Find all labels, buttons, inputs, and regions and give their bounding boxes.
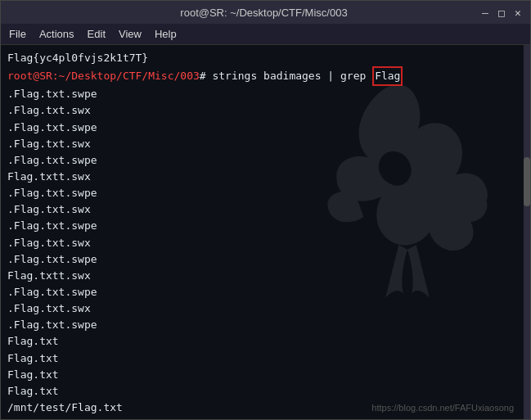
- list-item: Flag.txt: [7, 333, 524, 350]
- list-item: .Flag.txt.swpe: [7, 317, 524, 333]
- list-item: Flag.txt: [7, 350, 524, 367]
- grep-flag-highlight: Flag: [372, 66, 403, 86]
- list-item: Flag.txtt.swx: [7, 169, 524, 185]
- list-item: .Flag.txt.swpe: [7, 251, 524, 268]
- menubar: File Actions Edit View Help: [1, 24, 530, 45]
- list-item: .Flag.txt.swpe: [7, 120, 524, 136]
- list-item: .Flag.txt.swx: [7, 136, 524, 152]
- list-item: Flag{}: [7, 416, 524, 419]
- window-controls: — □ ✕: [479, 7, 524, 18]
- output-line-flag-first: Flag{yc4pl0fvjs2k1t7T}: [7, 50, 524, 66]
- maximize-button[interactable]: □: [496, 7, 507, 18]
- menu-file[interactable]: File: [9, 28, 26, 40]
- window-title: root@SR: ~/Desktop/CTF/Misc/003: [48, 7, 479, 19]
- scrollbar-thumb[interactable]: [524, 157, 530, 206]
- list-item: .Flag.txt.swpe: [7, 284, 524, 300]
- list-item: Flag.txt: [7, 383, 524, 400]
- watermark-url: https://blog.csdn.net/FAFUxiaosong: [371, 403, 514, 413]
- list-item: .Flag.txt.swx: [7, 300, 524, 317]
- menu-actions[interactable]: Actions: [39, 28, 74, 40]
- terminal-window: root@SR: ~/Desktop/CTF/Misc/003 — □ ✕ Fi…: [0, 0, 531, 420]
- list-item: .Flag.txt.swx: [7, 102, 524, 119]
- menu-view[interactable]: View: [119, 28, 142, 40]
- menu-help[interactable]: Help: [155, 28, 177, 40]
- list-item: Flag.txtt.swx: [7, 268, 524, 284]
- list-item: .Flag.txt.swpe: [7, 185, 524, 201]
- list-item: .Flag.txt.swx: [7, 235, 524, 251]
- menu-edit[interactable]: Edit: [88, 28, 106, 40]
- list-item: .Flag.txt.swpe: [7, 86, 524, 102]
- terminal-content: Flag{yc4pl0fvjs2k1t7T} root@SR:~/Desktop…: [7, 50, 524, 419]
- prompt: root@SR:~/Desktop/CTF/Misc/003: [7, 68, 200, 84]
- close-button[interactable]: ✕: [512, 7, 524, 18]
- minimize-button[interactable]: —: [479, 7, 491, 18]
- scrollbar[interactable]: [524, 45, 530, 419]
- list-item: Flag.txt: [7, 367, 524, 383]
- command-line: root@SR:~/Desktop/CTF/Misc/003# strings …: [7, 66, 524, 86]
- list-item: .Flag.txt.swx: [7, 201, 524, 218]
- list-item: .Flag.txt.swpe: [7, 218, 524, 234]
- terminal-body[interactable]: Flag{yc4pl0fvjs2k1t7T} root@SR:~/Desktop…: [1, 45, 530, 419]
- title-bar: root@SR: ~/Desktop/CTF/Misc/003 — □ ✕: [1, 1, 530, 24]
- list-item: .Flag.txt.swpe: [7, 152, 524, 169]
